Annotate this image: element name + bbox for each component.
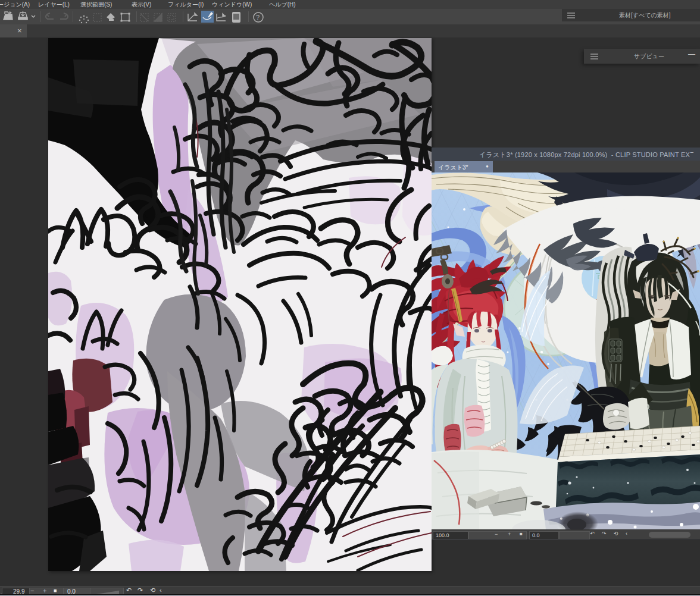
- svg-text:?: ?: [256, 14, 260, 21]
